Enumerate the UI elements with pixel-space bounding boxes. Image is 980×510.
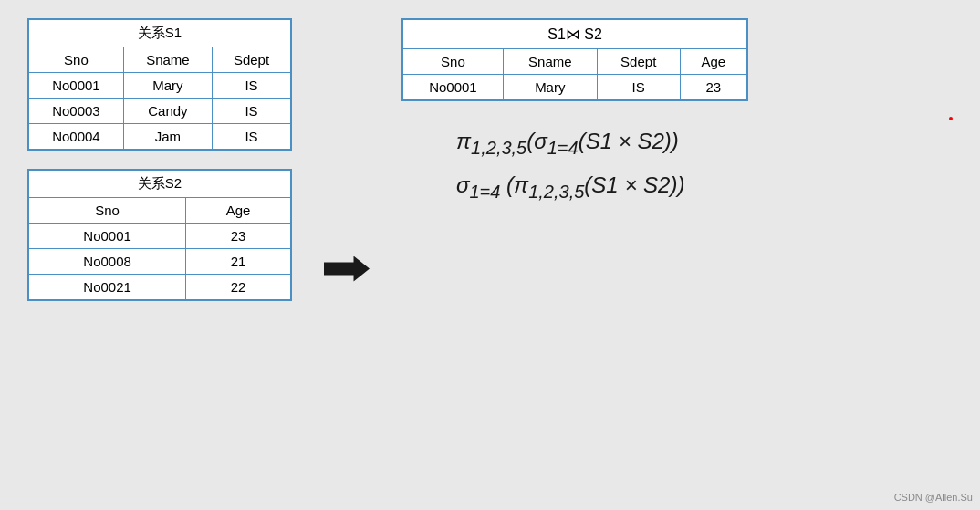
s1-header-row: Sno Sname Sdept: [29, 47, 291, 73]
arrow-body: [324, 256, 370, 282]
result-col-sname: Sname: [503, 49, 597, 75]
s1-col-sname: Sname: [123, 47, 212, 73]
s1-col-sno: Sno: [29, 47, 124, 73]
arrow-container: [310, 18, 383, 492]
formula2: σ1=4 (π1,2,3,5(S1 × S2)): [456, 172, 953, 203]
left-panel: 关系S1 Sno Sname Sdept No0001MaryISNo0003C…: [27, 18, 292, 492]
red-dot: [949, 117, 953, 120]
result-header-row: Sno Sname Sdept Age: [403, 49, 747, 75]
result-col-age: Age: [680, 49, 746, 75]
result-title: S1⋈ S2: [402, 19, 747, 48]
result-col-sdept: Sdept: [597, 49, 680, 75]
table-row: No000123: [29, 224, 291, 249]
s2-header-row: Sno Age: [29, 198, 291, 224]
result-col-sno: Sno: [403, 49, 504, 75]
table-row: No000821: [29, 249, 291, 275]
s2-table: Sno Age No000123No000821No002122: [28, 197, 291, 300]
result-table-wrapper: S1⋈ S2 Sno Sname Sdept Age No0001MaryIS2…: [401, 18, 748, 101]
result-table: Sno Sname Sdept Age No0001MaryIS23: [402, 48, 747, 100]
s1-table-wrapper: 关系S1 Sno Sname Sdept No0001MaryISNo0003C…: [27, 18, 292, 151]
s2-title: 关系S2: [28, 170, 291, 197]
right-panel: S1⋈ S2 Sno Sname Sdept Age No0001MaryIS2…: [401, 18, 953, 492]
table-row: No0001MaryIS: [29, 73, 291, 99]
table-row: No0003CandyIS: [29, 99, 291, 124]
s2-col-sno: Sno: [29, 198, 186, 224]
table-row: No002122: [29, 275, 291, 300]
s2-table-wrapper: 关系S2 Sno Age No000123No000821No002122: [27, 169, 292, 301]
formula1: π1,2,3,5(σ1=4(S1 × S2)): [456, 129, 953, 159]
s2-col-age: Age: [186, 198, 291, 224]
right-arrow: [324, 256, 370, 282]
table-row: No0001MaryIS23: [403, 75, 747, 100]
s1-col-sdept: Sdept: [213, 47, 291, 73]
formulas-section: π1,2,3,5(σ1=4(S1 × S2)) σ1=4 (π1,2,3,5(S…: [401, 129, 953, 203]
main-container: 关系S1 Sno Sname Sdept No0001MaryISNo0003C…: [0, 0, 980, 510]
s1-title: 关系S1: [28, 19, 291, 47]
s1-table: Sno Sname Sdept No0001MaryISNo0003CandyI…: [28, 47, 291, 150]
watermark: CSDN @Allen.Su: [894, 492, 973, 503]
table-row: No0004JamIS: [29, 124, 291, 150]
